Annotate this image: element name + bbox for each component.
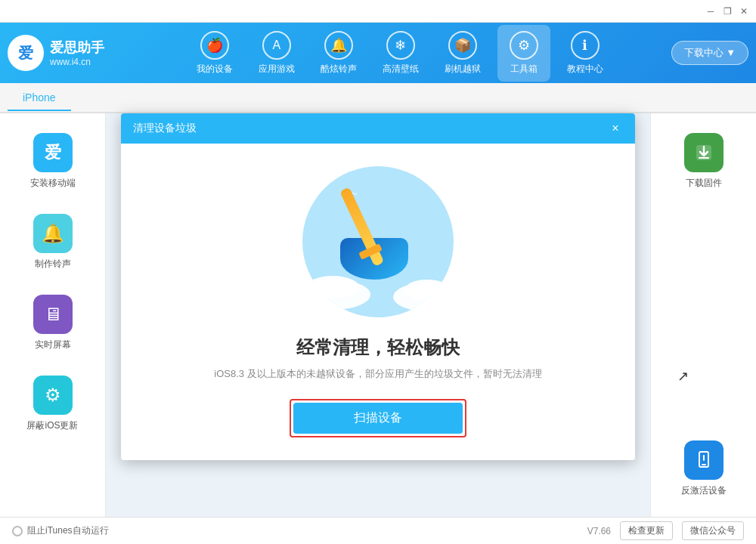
scan-device-button[interactable]: 扫描设备	[293, 403, 463, 434]
logo-area: 爱 爱思助手 www.i4.cn	[8, 35, 129, 71]
status-left: 阻止iTunes自动运行	[12, 524, 109, 537]
left-sidebar: 爱 安装移动端 🔔 制作铃声 🖥 实时屏幕 ⚙ 屏蔽iOS更新	[0, 113, 106, 517]
realtime-screen-label: 实时屏幕	[35, 338, 71, 351]
sidebar-item-block-ios-update[interactable]: ⚙ 屏蔽iOS更新	[0, 363, 105, 444]
sidebar-item-realtime-screen[interactable]: 🖥 实时屏幕	[0, 283, 105, 363]
main-content: 爱 安装移动端 🔔 制作铃声 🖥 实时屏幕 ⚙ 屏蔽iOS更新 清理设备垃圾 ×	[0, 113, 756, 517]
tab-bar: iPhone	[0, 83, 756, 113]
right-item-deactivate-device[interactable]: 反激活设备	[674, 428, 734, 509]
nav-apps-icon: A	[262, 31, 291, 60]
modal-title: 清理设备垃圾	[133, 122, 197, 135]
minimize-button[interactable]: ─	[705, 5, 717, 17]
window-controls: ─ ❐ ✕	[705, 5, 750, 17]
nav-toolbox-label: 工具箱	[510, 63, 538, 76]
logo-icon: 爱	[8, 35, 44, 71]
make-ringtone-icon: 🔔	[33, 214, 73, 253]
clean-device-modal: 清理设备垃圾 × 〜 〜	[121, 113, 635, 460]
nav-jailbreak-icon: 📦	[448, 31, 477, 60]
wechat-button[interactable]: 微信公众号	[682, 521, 744, 540]
install-mobile-label: 安装移动端	[30, 177, 76, 190]
header: 爱 爱思助手 www.i4.cn 🍎 我的设备 A 应用游戏 🔔 酷炫铃声 ❄ …	[0, 23, 756, 83]
deactivate-device-icon	[684, 440, 723, 480]
make-ringtone-label: 制作铃声	[35, 258, 71, 270]
nav-apps[interactable]: A 应用游戏	[249, 25, 304, 82]
modal-heading: 经常清理，轻松畅快	[296, 335, 460, 360]
cloud-left-top	[306, 276, 359, 298]
block-ios-update-icon: ⚙	[33, 376, 73, 415]
nav-wallpapers-label: 高清壁纸	[383, 63, 419, 76]
check-update-button[interactable]: 检查更新	[620, 521, 673, 540]
sidebar-item-install-mobile[interactable]: 爱 安装移动端	[0, 121, 105, 202]
download-center-button[interactable]: 下载中心 ▼	[671, 41, 748, 65]
nav-apps-label: 应用游戏	[259, 63, 295, 76]
app-url: www.i4.cn	[50, 57, 104, 67]
block-ios-update-label: 屏蔽iOS更新	[26, 419, 78, 432]
itunes-status-label: 阻止iTunes自动运行	[27, 524, 109, 537]
center-area: 清理设备垃圾 × 〜 〜	[106, 113, 650, 517]
status-bar: 阻止iTunes自动运行 V7.66 检查更新 微信公众号	[0, 517, 756, 544]
download-firmware-icon	[684, 133, 723, 172]
itunes-status-dot	[12, 526, 23, 536]
logo-symbol: 爱	[18, 43, 33, 63]
right-sidebar: 下载固件 ↗ 反激活设备	[650, 113, 756, 517]
deactivate-device-label: 反激活设备	[681, 484, 727, 497]
nav-my-device[interactable]: 🍎 我的设备	[187, 25, 242, 82]
modal-body: 〜 〜 经常清理，轻松畅快	[121, 144, 635, 460]
nav-wallpapers[interactable]: ❄ 高清壁纸	[373, 25, 428, 82]
modal-illustration: 〜 〜	[302, 166, 454, 317]
version-label: V7.66	[587, 526, 611, 536]
nav-ringtones[interactable]: 🔔 酷炫铃声	[311, 25, 366, 82]
modal-close-button[interactable]: ×	[608, 121, 623, 136]
logo-text: 爱思助手 www.i4.cn	[50, 39, 104, 67]
nav-jailbreak[interactable]: 📦 刷机越狱	[435, 25, 490, 82]
restore-button[interactable]: ❐	[721, 5, 733, 17]
modal-overlay: 清理设备垃圾 × 〜 〜	[106, 113, 650, 517]
nav-toolbox[interactable]: ⚙ 工具箱	[497, 25, 550, 82]
scan-button-wrapper: 扫描设备	[290, 399, 466, 437]
download-firmware-label: 下载固件	[686, 177, 722, 190]
nav-toolbox-icon: ⚙	[510, 31, 538, 60]
cursor-icon: ↗	[677, 368, 689, 385]
title-bar: ─ ❐ ✕	[0, 0, 756, 23]
svg-rect-1	[699, 157, 709, 159]
tab-iphone[interactable]: iPhone	[8, 85, 71, 111]
app-name: 爱思助手	[50, 39, 104, 57]
modal-description: iOS8.3 及以上版本的未越狱设备，部分应用产生的垃圾文件，暂时无法清理	[214, 367, 541, 381]
nav-my-device-icon: 🍎	[200, 31, 229, 60]
nav-tutorials-label: 教程中心	[567, 63, 603, 76]
svg-rect-3	[702, 464, 706, 465]
modal-header: 清理设备垃圾 ×	[121, 113, 635, 144]
close-button[interactable]: ✕	[738, 5, 750, 17]
nav-wallpapers-icon: ❄	[386, 31, 415, 60]
nav-jailbreak-label: 刷机越狱	[445, 63, 481, 76]
nav-tutorials-icon: ℹ	[571, 31, 600, 60]
main-nav: 🍎 我的设备 A 应用游戏 🔔 酷炫铃声 ❄ 高清壁纸 📦 刷机越狱 ⚙ 工具箱…	[129, 25, 671, 82]
nav-tutorials[interactable]: ℹ 教程中心	[558, 25, 612, 82]
nav-ringtones-icon: 🔔	[324, 31, 353, 60]
header-right: 下载中心 ▼	[671, 41, 748, 65]
nav-my-device-label: 我的设备	[197, 63, 233, 76]
status-right: V7.66 检查更新 微信公众号	[587, 521, 744, 540]
right-item-download-firmware[interactable]: 下载固件	[677, 121, 731, 202]
sidebar-item-make-ringtone[interactable]: 🔔 制作铃声	[0, 202, 105, 283]
install-mobile-icon: 爱	[33, 133, 73, 172]
cloud-right-top	[404, 280, 450, 301]
realtime-screen-icon: 🖥	[33, 295, 73, 334]
nav-ringtones-label: 酷炫铃声	[321, 63, 357, 76]
